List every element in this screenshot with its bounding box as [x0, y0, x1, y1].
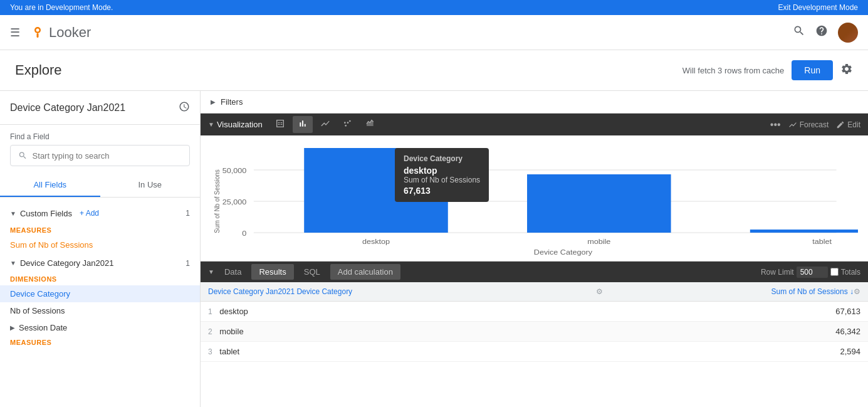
viz-scatter-btn[interactable]	[338, 116, 358, 133]
svg-text:mobile: mobile	[587, 238, 611, 246]
row-limit-label: Row Limit	[761, 268, 794, 277]
custom-fields-label: Custom Fields	[20, 209, 72, 218]
col-header-device-text: Device Category Jan2021 Device Category	[208, 287, 352, 296]
row-2-device: 2 mobile	[201, 322, 610, 342]
sidebar-title: Device Category Jan2021	[10, 102, 125, 114]
row-3-sessions: 2,594	[610, 342, 868, 362]
logo: Looker	[30, 24, 91, 41]
col-header-device: Device Category Jan2021 Device Category …	[201, 282, 610, 302]
filters-chevron-icon[interactable]: ▶	[211, 98, 216, 105]
tab-sql[interactable]: SQL	[296, 264, 328, 280]
viz-actions: Forecast Edit	[788, 120, 860, 129]
add-calculation-button[interactable]: Add calculation	[330, 264, 400, 280]
forecast-btn[interactable]: Forecast	[788, 120, 829, 129]
viz-toolbar: ▼ Visualization	[201, 114, 868, 135]
explore-header: Explore Will fetch 3 rows from cache Run	[0, 50, 868, 91]
bar-mobile[interactable]	[527, 174, 671, 233]
viz-area-btn[interactable]	[360, 116, 380, 133]
run-button[interactable]: Run	[792, 60, 833, 80]
svg-text:50,000: 50,000	[222, 167, 247, 175]
bar-tablet[interactable]	[750, 230, 858, 233]
add-custom-field-button[interactable]: + Add	[76, 208, 103, 219]
custom-fields-count: 1	[186, 209, 190, 218]
session-date-chevron-icon: ▶	[10, 324, 15, 331]
device-category-title-row: ▼ Device Category Jan2021	[10, 258, 114, 268]
looker-logo-icon	[30, 25, 45, 40]
svg-text:0: 0	[242, 230, 246, 238]
svg-rect-2	[37, 33, 39, 38]
avatar[interactable]	[838, 23, 858, 43]
field-count[interactable]	[0, 349, 200, 356]
viz-label[interactable]: Visualization	[217, 120, 263, 129]
col-sessions-settings-icon[interactable]: ⚙	[854, 287, 860, 296]
col-header-sessions-text: Sum of Nb of Sessions ↓	[771, 287, 854, 296]
custom-measures-label: MEASURES	[0, 224, 200, 236]
col-header-device-label: Device Category Jan2021 Device Category …	[208, 287, 352, 296]
col-settings-icon[interactable]: ⚙	[596, 287, 603, 296]
exit-dev-mode-button[interactable]: Exit Development Mode	[778, 3, 858, 12]
field-device-category[interactable]: Device Category	[0, 285, 200, 302]
row-limit-input[interactable]	[797, 267, 828, 278]
totals-checkbox[interactable]	[830, 268, 839, 276]
svg-text:Device Category: Device Category	[534, 248, 592, 256]
device-measures-label: MEASURES	[0, 336, 200, 349]
top-navigation: ☰ Looker	[0, 15, 868, 50]
edit-btn[interactable]: Edit	[836, 120, 860, 129]
search-icon[interactable]	[793, 24, 805, 40]
tab-all-fields[interactable]: All Fields	[0, 174, 100, 197]
svg-point-1	[36, 28, 39, 31]
device-category-label: Device Category Jan2021	[20, 258, 114, 268]
bar-chart: 0 25,000 50,000 Sum of Nb of Sessions	[211, 139, 858, 258]
session-date-label: Session Date	[19, 323, 67, 332]
data-toolbar: ▼ Data Results SQL Add calculation Row L…	[201, 262, 868, 282]
svg-text:desktop: desktop	[362, 238, 390, 246]
search-box[interactable]	[10, 145, 190, 166]
explore-title: Explore	[15, 62, 62, 78]
row-3-device: 3 tablet	[201, 342, 610, 362]
viz-bar-btn[interactable]	[293, 116, 313, 133]
row-1-device: 1 desktop	[201, 302, 610, 322]
session-date-expander[interactable]: ▶ Session Date	[0, 319, 200, 336]
table-row: 3 tablet 2,594	[201, 342, 868, 362]
filters-label[interactable]: Filters	[221, 97, 243, 107]
find-field-label: Find a Field	[0, 125, 200, 145]
settings-icon[interactable]	[840, 63, 853, 78]
content-area: ▶ Filters ▼ Visualization	[201, 91, 868, 407]
visualization-panel: ▼ Visualization	[201, 114, 868, 262]
dev-mode-text: You are in Development Mode.	[10, 3, 113, 12]
viz-more-menu-btn[interactable]: •••	[770, 119, 781, 130]
session-date-row: ▶ Session Date	[10, 323, 67, 332]
viz-chevron-icon[interactable]: ▼	[208, 121, 214, 128]
main-layout: Device Category Jan2021 Find a Field All…	[0, 91, 868, 407]
sidebar: Device Category Jan2021 Find a Field All…	[0, 91, 201, 407]
col-header-sessions: Sum of Nb of Sessions ↓ ⚙	[610, 282, 868, 302]
results-table: Device Category Jan2021 Device Category …	[201, 282, 868, 362]
svg-text:Sum of Nb of Sessions: Sum of Nb of Sessions	[212, 169, 221, 233]
table-row: 1 desktop 67,613	[201, 302, 868, 322]
clock-icon[interactable]	[179, 101, 190, 114]
tab-results[interactable]: Results	[251, 264, 293, 280]
filters-bar: ▶ Filters	[201, 91, 868, 114]
dev-mode-banner: You are in Development Mode. Exit Develo…	[0, 0, 868, 15]
nav-icons	[793, 23, 858, 43]
dimensions-label: DIMENSIONS	[0, 273, 200, 285]
svg-text:25,000: 25,000	[222, 198, 247, 206]
field-tabs: All Fields In Use	[0, 174, 200, 198]
svg-text:tablet: tablet	[812, 238, 832, 246]
tab-in-use[interactable]: In Use	[100, 174, 201, 197]
hamburger-menu-icon[interactable]: ☰	[10, 26, 20, 40]
search-input[interactable]	[33, 151, 182, 161]
viz-table-btn[interactable]	[270, 116, 290, 133]
viz-line-btn[interactable]	[315, 116, 335, 133]
field-nb-of-sessions[interactable]: Nb of Sessions	[0, 302, 200, 319]
logo-text: Looker	[49, 24, 91, 41]
tab-data[interactable]: Data	[217, 264, 249, 280]
device-category-section-header[interactable]: ▼ Device Category Jan2021 1	[0, 253, 200, 273]
custom-fields-chevron-icon: ▼	[10, 210, 16, 217]
data-chevron-icon[interactable]: ▼	[208, 268, 214, 275]
custom-fields-section-header[interactable]: ▼ Custom Fields + Add 1	[0, 203, 200, 224]
field-sum-nb-sessions[interactable]: Sum of Nb of Sessions	[0, 236, 200, 253]
help-icon[interactable]	[815, 24, 828, 40]
table-row: 2 mobile 46,342	[201, 322, 868, 342]
bar-desktop[interactable]	[304, 148, 448, 233]
